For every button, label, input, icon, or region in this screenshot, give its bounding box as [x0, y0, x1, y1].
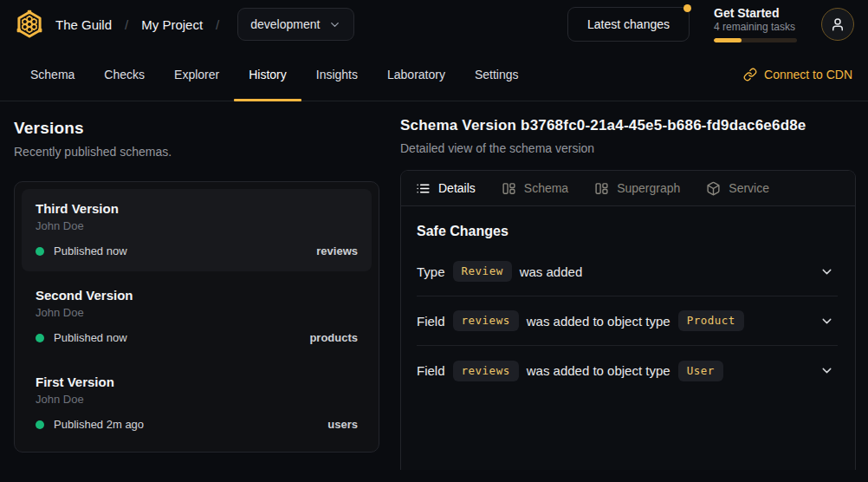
version-author: John Doe [36, 219, 358, 232]
schema-version-detail: Details Schema [400, 170, 856, 470]
panels-icon [594, 181, 609, 196]
changes-list: Type Review was added [417, 247, 838, 395]
target-selector-value: development [250, 17, 320, 31]
nav-tab-label: Explorer [174, 68, 219, 81]
detail-tab-label: Schema [524, 181, 568, 195]
change-middle: was added to object type [527, 314, 670, 329]
nav-tab-label: Insights [316, 68, 358, 81]
change-row[interactable]: Field reviews was added to object type P… [417, 296, 838, 346]
version-name: Third Version [36, 201, 358, 216]
published-status-dot [36, 334, 44, 342]
cube-icon [706, 181, 721, 196]
version-author: John Doe [36, 306, 358, 319]
versions-panel: Versions Recently published schemas. Thi… [0, 101, 386, 482]
nav-tab-label: Laboratory [387, 68, 445, 81]
version-list-item[interactable]: Second Version John Doe Published now pr… [22, 276, 372, 358]
nav-tab[interactable]: Insights [301, 49, 372, 101]
change-prefix: Type [417, 264, 445, 279]
main-content: Versions Recently published schemas. Thi… [0, 101, 868, 482]
nav-tab-label: Checks [104, 68, 145, 81]
hive-logo-icon[interactable] [14, 9, 45, 40]
nav-tab-label: Settings [475, 68, 519, 81]
change-row[interactable]: Type Review was added [417, 247, 838, 296]
breadcrumb-project[interactable]: My Project [141, 17, 203, 32]
detail-tab[interactable]: Supergraph [594, 181, 680, 196]
connect-to-cdn-label: Connect to CDN [764, 68, 852, 81]
notification-dot [683, 4, 691, 12]
latest-changes-button[interactable]: Latest changes [567, 7, 690, 42]
detail-tab-label: Details [438, 181, 476, 195]
changes-section: Safe Changes Type Review was added [401, 206, 855, 395]
breadcrumb-separator: / [213, 17, 222, 32]
breadcrumb-separator: / [122, 17, 131, 32]
progress-fill [714, 38, 742, 42]
nav-tab[interactable]: History [234, 49, 301, 101]
nav-tab[interactable]: Settings [460, 49, 534, 101]
version-list-item[interactable]: Third Version John Doe Published now rev… [22, 189, 372, 271]
panels-icon [502, 181, 516, 196]
connect-to-cdn-link[interactable]: Connect to CDN [743, 49, 852, 101]
nav-tab-label: Schema [30, 68, 74, 81]
nav-tab-label: History [249, 68, 287, 81]
change-middle: was added [520, 264, 583, 279]
top-header: The Guild / My Project / development Lat… [0, 0, 868, 49]
link-icon [743, 68, 757, 81]
user-icon [830, 16, 845, 32]
published-label: Published 2m ago [54, 418, 144, 431]
code-badge: Review [453, 261, 512, 282]
chevron-down-icon[interactable] [819, 264, 838, 279]
versions-title: Versions [14, 119, 379, 138]
service-name: users [327, 418, 358, 431]
published-status-dot [36, 247, 44, 256]
schema-version-subtitle: Detailed view of the schema version [400, 141, 856, 155]
progress-bar [714, 38, 797, 42]
nav-tab[interactable]: Explorer [159, 49, 234, 101]
schema-version-title: Schema Version b3768fc0-21a4-45e5-b686-f… [400, 117, 856, 134]
get-started-widget[interactable]: Get Started 4 remaining tasks [714, 6, 797, 42]
object-type-badge: Product [678, 310, 744, 331]
change-description: Field reviews was added to object type P… [417, 310, 744, 331]
get-started-subtitle: 4 remaining tasks [714, 21, 797, 33]
published-label: Published now [54, 331, 127, 344]
version-author: John Doe [36, 393, 358, 406]
schema-version-panel: Schema Version b3768fc0-21a4-45e5-b686-f… [386, 101, 868, 482]
nav-tab[interactable]: Laboratory [372, 49, 460, 101]
detail-tab-label: Supergraph [617, 181, 680, 195]
nav-tab-list: Schema Checks Explorer History Insights … [16, 49, 534, 101]
latest-changes-label: Latest changes [587, 17, 670, 31]
change-prefix: Field [417, 363, 445, 378]
nav-tab[interactable]: Checks [89, 49, 159, 101]
user-avatar[interactable] [821, 8, 854, 41]
version-name: Second Version [36, 288, 358, 303]
get-started-title: Get Started [714, 6, 797, 20]
change-middle: was added to object type [527, 363, 670, 378]
main-nav: Schema Checks Explorer History Insights … [0, 49, 868, 101]
version-meta: Published 2m ago users [36, 418, 358, 431]
detail-tab-label: Service [729, 181, 769, 195]
code-badge: reviews [453, 361, 519, 381]
object-type-badge: User [678, 361, 723, 381]
detail-tab-list: Details Schema [401, 171, 855, 206]
published-label: Published now [54, 244, 127, 257]
versions-subtitle: Recently published schemas. [14, 145, 379, 159]
detail-tab[interactable]: Details [416, 181, 476, 196]
detail-tab[interactable]: Service [706, 181, 769, 196]
detail-tab[interactable]: Schema [502, 181, 568, 196]
chevron-down-icon [328, 18, 341, 31]
breadcrumb-org[interactable]: The Guild [55, 17, 112, 32]
change-prefix: Field [417, 314, 445, 329]
list-icon [416, 181, 431, 196]
change-row[interactable]: Field reviews was added to object type U… [417, 346, 838, 395]
chevron-down-icon[interactable] [819, 314, 838, 329]
target-selector[interactable]: development [237, 8, 354, 41]
version-list-item[interactable]: First Version John Doe Published 2m ago … [22, 362, 372, 445]
nav-tab[interactable]: Schema [16, 49, 89, 101]
change-description: Type Review was added [417, 261, 582, 282]
header-right: Latest changes Get Started 4 remaining t… [567, 6, 854, 42]
chevron-down-icon[interactable] [819, 363, 838, 378]
version-meta: Published now reviews [36, 244, 358, 257]
safe-changes-heading: Safe Changes [417, 224, 838, 239]
version-name: First Version [36, 375, 358, 389]
change-description: Field reviews was added to object type U… [417, 361, 723, 381]
version-meta: Published now products [36, 331, 358, 344]
